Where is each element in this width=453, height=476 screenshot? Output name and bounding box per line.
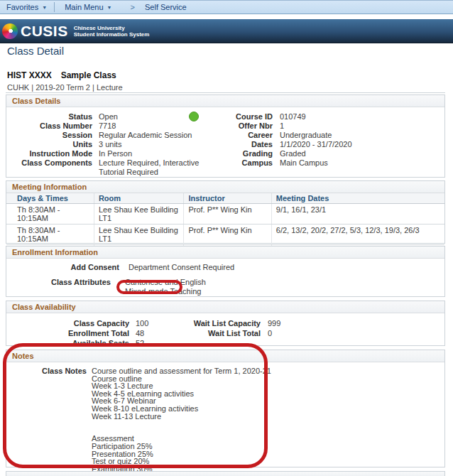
next-section-bar-cutoff [6,471,445,476]
detail-row-class-components: Class ComponentsLecture Required, Intera… [7,158,217,177]
section-availability-title: Class Availability [6,301,444,313]
cell-room: Lee Shau Kee Building LT1 [94,225,183,245]
detail-row-units: Units3 units [7,140,217,149]
table-row: Th 8:30AM - 10:15AM Lee Shau Kee Buildin… [6,225,444,245]
breadcrumb-separator-icon: > [131,3,135,11]
app-tagline-line1: Chinese University [74,25,150,31]
breadcrumb-self-service[interactable]: Self Service [145,3,187,11]
detail-row-wait-list-total: Wait List Total0 [170,328,280,338]
app-tagline-line2: Student Information System [74,31,150,38]
course-title: Sample Class [61,70,116,80]
course-code: HIST XXXX [7,70,52,80]
cell-days-times: Th 8:30AM - 10:15AM [6,225,94,245]
detail-row-offer-nbr: Offer Nbr1 [212,121,440,131]
cell-meeting-dates: 6/2, 13/2, 20/2, 27/2, 5/3, 12/3, 19/3, … [271,225,444,245]
detail-row-course-id: Course ID010749 [212,112,440,121]
section-meeting-title: Meeting Information [6,181,444,193]
meeting-table-header-row: Days & Times Room Instructor Meeting Dat… [6,193,444,204]
course-subtitle: CUHK | 2019-20 Term 2 | Lecture [7,83,123,92]
cell-instructor: Prof. P** Wing Kin [184,225,271,245]
detail-row-session: SessionRegular Academic Session [7,131,217,140]
detail-row-wait-list-capacity: Wait List Capacity999 [170,318,280,328]
detail-row-add-consent: Add Consent Department Consent Required [7,263,234,272]
column-header-days-times: Days & Times [6,193,94,204]
detail-row-available-seats: Available Seats52 [7,338,148,348]
section-enrollment-title: Enrollment Information [6,247,444,259]
main-menu-label: Main Menu [65,3,103,11]
main-menu[interactable]: Main Menu ▼ [65,3,111,11]
status-open-icon [189,112,199,121]
column-header-instructor: Instructor [184,193,271,204]
detail-row-class-attributes: Class Attributes Cantonese and English M… [7,278,206,296]
class-details-right-column: Course ID010749 Offer Nbr1 CareerUndergr… [212,112,440,168]
column-header-room: Room [94,193,183,204]
detail-row-class-number: Class Number7718 [7,121,217,131]
section-meeting-information: Meeting Information Days & Times Room In… [6,180,445,244]
table-row: Th 8:30AM - 10:15AM Lee Shau Kee Buildin… [6,204,444,225]
section-class-details: Class Details StatusOpen Class Number771… [6,94,445,178]
cusis-logo-icon [2,23,18,39]
detail-row-status: StatusOpen [7,112,217,121]
detail-row-class-capacity: Class Capacity100 [7,318,148,328]
availability-right-column: Wait List Capacity999 Wait List Total0 [170,318,280,338]
section-enrollment-information: Enrollment Information Add Consent Depar… [6,246,445,297]
detail-row-grading: GradingGraded [212,149,440,158]
favorites-menu[interactable]: Favorites ▼ [6,3,47,11]
app-header-banner: CUSIS Chinese University Student Informa… [0,19,453,43]
detail-row-career: CareerUndergraduate [212,131,440,140]
detail-row-campus: CampusMain Campus [212,158,440,168]
chevron-down-icon: ▼ [107,5,112,10]
cell-days-times: Th 8:30AM - 10:15AM [6,204,94,225]
detail-row-enrollment-total: Enrollment Total48 [7,328,148,338]
heading-divider [6,92,445,93]
section-notes: Notes Class Notes Course outline and ass… [6,350,445,467]
class-notes-text: Course outline and assessment for Term 1… [92,367,271,472]
class-details-left-column: StatusOpen Class Number7718 SessionRegul… [7,112,217,177]
cell-room: Lee Shau Kee Building LT1 [94,204,183,225]
app-tagline: Chinese University Student Information S… [74,25,150,38]
column-header-meeting-dates: Meeting Dates [271,193,444,204]
cell-meeting-dates: 9/1, 16/1, 23/1 [271,204,444,225]
detail-row-instruction-mode: Instruction ModeIn Person [7,149,217,158]
section-notes-title: Notes [6,350,444,362]
section-class-availability: Class Availability Class Capacity100 Enr… [6,301,445,346]
favorites-label: Favorites [6,3,38,11]
breadcrumb-current-label: Self Service [145,3,187,11]
class-detail-page: Favorites ▼ Main Menu ▼ > Self Service C… [0,0,453,476]
detail-row-dates: Dates1/1/2020 - 31/7/2020 [212,140,440,149]
chevron-down-icon: ▼ [42,5,47,10]
availability-left-column: Class Capacity100 Enrollment Total48 Ava… [7,318,148,348]
section-class-details-title: Class Details [6,95,444,107]
cell-instructor: Prof. P** Wing Kin [184,204,271,225]
navbar-divider [54,2,55,12]
page-title: Class Detail [7,45,64,57]
detail-row-class-notes: Class Notes Course outline and assessmen… [7,367,271,472]
app-name: CUSIS [21,23,68,38]
top-navbar: Favorites ▼ Main Menu ▼ > Self Service [0,0,453,14]
course-heading: HIST XXXXSample Class [7,70,116,80]
